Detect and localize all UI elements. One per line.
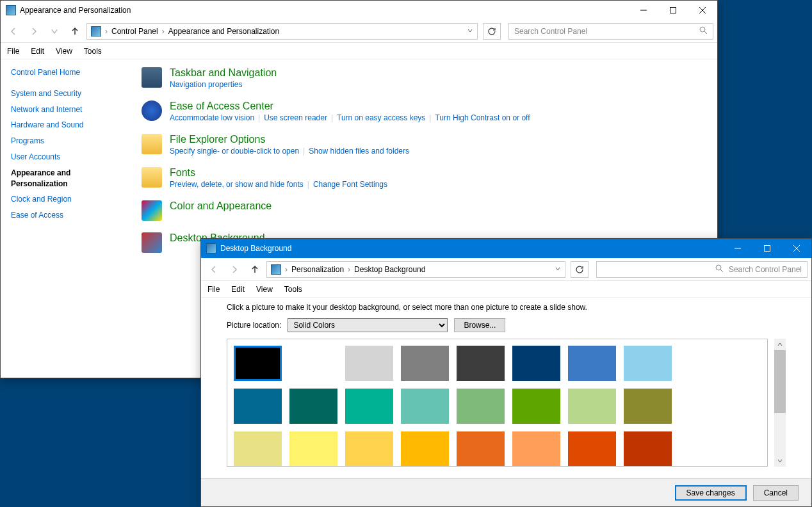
- refresh-button[interactable]: [483, 23, 501, 40]
- sidebar-item[interactable]: Hardware and Sound: [11, 120, 118, 131]
- sidebar-item[interactable]: Clock and Region: [11, 194, 118, 205]
- recent-dropdown[interactable]: [45, 22, 63, 40]
- color-swatch[interactable]: [512, 346, 560, 381]
- scroll-thumb[interactable]: [774, 350, 786, 413]
- color-swatch[interactable]: [401, 431, 449, 467]
- up-button[interactable]: [246, 261, 264, 278]
- color-swatch[interactable]: [512, 431, 560, 467]
- breadcrumb-item[interactable]: Control Panel: [111, 27, 158, 36]
- forward-button[interactable]: [225, 261, 243, 278]
- color-swatch[interactable]: [568, 389, 616, 424]
- category-link[interactable]: Accommodate low vision: [170, 113, 254, 122]
- menu-file[interactable]: File: [207, 285, 220, 294]
- back-button[interactable]: [205, 261, 223, 278]
- color-swatch[interactable]: [401, 346, 449, 381]
- color-swatch[interactable]: [234, 389, 282, 424]
- color-swatch[interactable]: [345, 346, 393, 381]
- sidebar-item[interactable]: Network and Internet: [11, 104, 118, 115]
- back-button[interactable]: [4, 22, 22, 40]
- svg-point-4: [700, 27, 705, 32]
- category-link[interactable]: Turn High Contrast on or off: [435, 113, 530, 122]
- menu-tools[interactable]: Tools: [84, 47, 102, 56]
- up-button[interactable]: [66, 22, 84, 40]
- scroll-down-icon[interactable]: [774, 455, 786, 467]
- category-heading[interactable]: Ease of Access Center: [170, 101, 530, 112]
- color-swatch[interactable]: [624, 431, 672, 467]
- color-swatch[interactable]: [345, 431, 393, 467]
- color-swatch[interactable]: [457, 346, 505, 381]
- chevron-down-icon[interactable]: [467, 27, 473, 36]
- minimize-button[interactable]: [629, 1, 658, 20]
- category-icon: [142, 67, 162, 88]
- titlebar[interactable]: Appearance and Personalization: [1, 1, 717, 20]
- close-button[interactable]: [782, 239, 811, 258]
- color-swatch[interactable]: [401, 389, 449, 424]
- menu-edit[interactable]: Edit: [31, 47, 44, 56]
- category-section: Taskbar and NavigationNavigation propert…: [142, 67, 704, 89]
- category-heading[interactable]: Fonts: [170, 167, 387, 179]
- sidebar-item[interactable]: User Accounts: [11, 152, 118, 163]
- search-input[interactable]: Search Control Panel: [508, 23, 713, 40]
- search-input[interactable]: Search Control Panel: [596, 261, 808, 278]
- picture-location-select[interactable]: Solid Colors: [288, 318, 448, 332]
- category-links: Specify single- or double-click to open|…: [170, 147, 409, 156]
- breadcrumb-item[interactable]: Appearance and Personalization: [168, 27, 279, 36]
- category-heading[interactable]: Taskbar and Navigation: [170, 67, 277, 79]
- color-swatch[interactable]: [457, 431, 505, 467]
- maximize-button[interactable]: [658, 1, 688, 20]
- scroll-up-icon[interactable]: [774, 339, 786, 350]
- color-swatch[interactable]: [568, 346, 616, 381]
- menu-view[interactable]: View: [256, 285, 273, 294]
- color-swatch[interactable]: [457, 389, 505, 424]
- menu-file[interactable]: File: [7, 47, 19, 56]
- menu-view[interactable]: View: [56, 47, 72, 56]
- divider: |: [307, 180, 309, 189]
- scrollbar[interactable]: [774, 339, 786, 467]
- category-link[interactable]: Specify single- or double-click to open: [170, 147, 299, 156]
- minimize-button[interactable]: [723, 239, 752, 258]
- category-link[interactable]: Show hidden files and folders: [309, 147, 409, 156]
- color-swatch[interactable]: [512, 389, 560, 424]
- sidebar-item[interactable]: System and Security: [11, 88, 118, 99]
- sidebar-item[interactable]: Programs: [11, 136, 118, 147]
- color-swatch[interactable]: [289, 389, 337, 424]
- address-bar[interactable]: › Personalization › Desktop Background: [266, 261, 565, 278]
- address-bar[interactable]: › Control Panel › Appearance and Persona…: [86, 23, 478, 40]
- menu-edit[interactable]: Edit: [231, 285, 245, 294]
- forward-button[interactable]: [25, 22, 43, 40]
- category-link[interactable]: Use screen reader: [264, 113, 327, 122]
- color-swatch[interactable]: [289, 346, 337, 381]
- color-swatch[interactable]: [568, 431, 616, 467]
- color-swatch[interactable]: [289, 431, 337, 467]
- breadcrumb-item[interactable]: Personalization: [291, 265, 344, 274]
- cancel-button[interactable]: Cancel: [753, 485, 799, 501]
- category-link[interactable]: Change Font Settings: [313, 180, 387, 189]
- color-swatch[interactable]: [345, 389, 393, 424]
- color-swatch[interactable]: [234, 346, 282, 381]
- color-swatch[interactable]: [234, 431, 282, 467]
- category-link[interactable]: Preview, delete, or show and hide fonts: [170, 180, 304, 189]
- sidebar-item[interactable]: Control Panel Home: [11, 67, 118, 78]
- browse-button[interactable]: Browse...: [454, 318, 505, 332]
- category-heading[interactable]: File Explorer Options: [170, 134, 409, 145]
- category-link[interactable]: Navigation properties: [170, 80, 242, 89]
- menu-tools[interactable]: Tools: [284, 285, 302, 294]
- navigation-bar: › Personalization › Desktop Background S…: [201, 258, 811, 281]
- sidebar: Control Panel HomeSystem and SecurityNet…: [1, 60, 129, 378]
- category-heading[interactable]: Color and Appearance: [170, 200, 272, 212]
- sidebar-item[interactable]: Ease of Access: [11, 210, 118, 221]
- divider: |: [429, 113, 431, 122]
- sidebar-item[interactable]: Appearance and Personalization: [11, 168, 118, 189]
- address-icon: [91, 26, 101, 36]
- color-swatch[interactable]: [624, 346, 672, 381]
- breadcrumb-item[interactable]: Desktop Background: [354, 265, 425, 274]
- color-swatch[interactable]: [624, 389, 672, 424]
- divider: |: [258, 113, 260, 122]
- category-link[interactable]: Turn on easy access keys: [337, 113, 425, 122]
- titlebar[interactable]: Desktop Background: [201, 239, 811, 258]
- close-button[interactable]: [688, 1, 717, 20]
- save-changes-button[interactable]: Save changes: [675, 485, 747, 501]
- refresh-button[interactable]: [571, 261, 589, 278]
- chevron-down-icon[interactable]: [555, 265, 561, 274]
- maximize-button[interactable]: [752, 239, 782, 258]
